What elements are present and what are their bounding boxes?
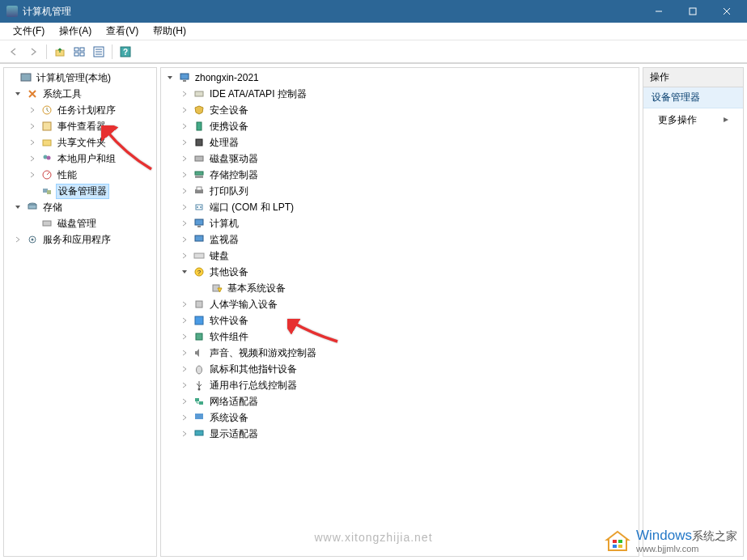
tree-node-network[interactable]: 网络适配器 (161, 393, 639, 409)
svg-rect-23 (47, 190, 51, 194)
chevron-right-icon[interactable] (27, 137, 38, 148)
tree-label: 系统工具 (41, 87, 83, 101)
tree-node-services-apps[interactable]: 服务和应用程序 (4, 231, 156, 248)
chevron-right-icon[interactable] (179, 347, 190, 358)
up-level-button[interactable] (51, 43, 69, 61)
tree-node-keyboards[interactable]: 键盘 (161, 248, 639, 264)
watermark-center: www.xitongzhijia.net (314, 531, 432, 544)
actions-pane: 操作 设备管理器 更多操作 ▸ (643, 67, 744, 557)
tree-node-disk-drives[interactable]: 磁盘驱动器 (161, 151, 639, 167)
svg-rect-43 (197, 226, 201, 227)
chevron-right-icon[interactable] (179, 185, 190, 197)
tree-node-ports[interactable]: 端口 (COM 和 LPT) (161, 199, 639, 215)
tree-label: 设备管理器 (56, 184, 109, 199)
chevron-right-icon[interactable] (27, 121, 38, 132)
svg-rect-34 (195, 156, 203, 161)
tree-node-hid[interactable]: 人体学输入设备 (161, 296, 639, 312)
forward-button[interactable] (24, 43, 42, 61)
tree-node-software-devices[interactable]: 软件设备 (161, 312, 639, 329)
tree-node-shared-folders[interactable]: 共享文件夹 (4, 134, 156, 151)
tree-node-device-manager[interactable]: 设备管理器 (4, 183, 156, 199)
tree-node-base-system-device[interactable]: 基本系统设备 (161, 280, 639, 296)
chevron-right-icon[interactable] (179, 104, 190, 116)
chevron-down-icon[interactable] (12, 88, 23, 100)
tree-node-local-users[interactable]: 本地用户和组 (4, 151, 156, 167)
tree-node-storage[interactable]: 存储 (4, 199, 156, 215)
tree-node-sound[interactable]: 声音、视频和游戏控制器 (161, 345, 639, 361)
tree-node-print-queues[interactable]: 打印队列 (161, 183, 639, 199)
help-button[interactable]: ? (117, 43, 134, 61)
tree-node-root[interactable]: 计算机管理(本地) (4, 70, 156, 86)
tree-node-portable[interactable]: 便携设备 (161, 118, 639, 134)
chevron-right-icon[interactable] (179, 250, 190, 261)
pc-icon (178, 71, 191, 84)
svg-rect-18 (43, 140, 51, 146)
close-button[interactable] (710, 0, 744, 23)
tree-label: 声音、视频和游戏控制器 (208, 346, 318, 360)
tree-node-other-devices[interactable]: ? 其他设备 (161, 264, 639, 280)
chevron-right-icon[interactable] (12, 234, 23, 245)
maximize-button[interactable] (676, 0, 710, 23)
chevron-right-icon[interactable] (179, 202, 190, 213)
tree-node-event-viewer[interactable]: 事件查看器 (4, 118, 156, 134)
chevron-right-icon[interactable] (27, 169, 38, 180)
clock-icon (40, 104, 53, 117)
back-button[interactable] (5, 43, 23, 61)
chevron-right-icon[interactable] (179, 137, 190, 148)
chevron-right-icon[interactable] (27, 153, 38, 164)
chevron-down-icon[interactable] (179, 266, 190, 278)
menu-view[interactable]: 查看(V) (100, 23, 145, 40)
watermark-logo-icon (604, 528, 631, 553)
chevron-right-icon[interactable] (179, 315, 190, 326)
tree-node-system-tools[interactable]: 系统工具 (4, 86, 156, 102)
tree-node-security[interactable]: 安全设备 (161, 102, 639, 118)
more-actions-item[interactable]: 更多操作 ▸ (643, 108, 743, 132)
menu-file[interactable]: 文件(F) (6, 23, 51, 40)
chevron-right-icon[interactable] (179, 396, 190, 407)
tree-node-ide[interactable]: IDE ATA/ATAPI 控制器 (161, 86, 639, 102)
chevron-right-icon[interactable] (179, 428, 190, 439)
chevron-right-icon[interactable] (179, 218, 190, 229)
tree-node-performance[interactable]: 性能 (4, 167, 156, 183)
tree-node-monitors[interactable]: 监视器 (161, 231, 639, 248)
chevron-down-icon[interactable] (164, 72, 176, 83)
chevron-right-icon[interactable] (179, 121, 190, 132)
tree-node-usb[interactable]: 通用串行总线控制器 (161, 377, 639, 393)
tree-node-storage-ctrl[interactable]: 存储控制器 (161, 167, 639, 183)
cpu-icon (193, 136, 206, 149)
chevron-right-icon[interactable] (179, 169, 190, 180)
tree-node-computers[interactable]: 计算机 (161, 215, 639, 231)
minimize-button[interactable] (642, 0, 676, 23)
view-options-button[interactable] (70, 43, 88, 61)
svg-rect-54 (195, 398, 199, 401)
tree-node-system-devices[interactable]: 系统设备 (161, 409, 639, 426)
chevron-down-icon[interactable] (12, 202, 23, 213)
chevron-right-icon[interactable] (179, 153, 190, 164)
expander-none (197, 282, 208, 294)
chevron-right-icon[interactable] (179, 234, 190, 245)
chevron-right-icon[interactable] (179, 88, 190, 100)
tree-node-task-scheduler[interactable]: 任务计划程序 (4, 102, 156, 118)
tree-label: 便携设备 (208, 120, 250, 134)
svg-rect-44 (195, 235, 203, 241)
chevron-right-icon[interactable] (27, 104, 38, 116)
chevron-right-icon[interactable] (179, 299, 190, 310)
chevron-right-icon[interactable] (179, 380, 190, 391)
menu-help[interactable]: 帮助(H) (146, 23, 193, 40)
svg-rect-42 (195, 219, 203, 225)
tree-node-disk-management[interactable]: 磁盘管理 (4, 215, 156, 231)
svg-text:?: ? (197, 269, 202, 276)
menu-action[interactable]: 操作(A) (53, 23, 98, 40)
tree-node-software-components[interactable]: 软件组件 (161, 329, 639, 345)
tree-node-computer-root[interactable]: zhongxin-2021 (161, 70, 639, 86)
tree-node-mice[interactable]: 鼠标和其他指针设备 (161, 361, 639, 377)
properties-button[interactable] (90, 43, 108, 61)
keyboard-icon (193, 249, 206, 262)
chevron-right-icon[interactable] (179, 412, 190, 423)
chevron-right-icon[interactable] (179, 363, 190, 375)
tree-node-display[interactable]: 显示适配器 (161, 426, 639, 442)
component-icon (193, 330, 206, 343)
chevron-right-icon[interactable] (179, 331, 190, 342)
tree-node-processors[interactable]: 处理器 (161, 134, 639, 151)
disk-drive-icon (193, 152, 206, 165)
